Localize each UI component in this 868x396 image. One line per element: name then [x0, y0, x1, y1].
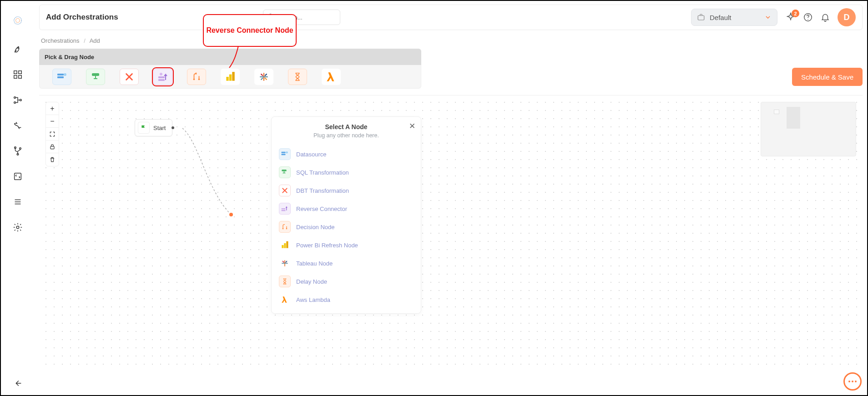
svg-line-37 [261, 74, 263, 75]
schedule-save-button[interactable]: Schedule & Save [792, 68, 863, 86]
minimap[interactable] [761, 102, 856, 156]
chat-widget[interactable] [843, 372, 862, 391]
picker-item-lambda[interactable]: Aws Lambda [275, 291, 417, 309]
svg-point-50 [286, 228, 288, 230]
svg-rect-6 [18, 75, 21, 78]
lambda-icon [279, 294, 291, 306]
svg-point-25 [64, 73, 66, 76]
svg-rect-28 [158, 79, 165, 81]
svg-line-40 [265, 78, 267, 80]
datasource-icon [279, 148, 291, 160]
svg-rect-23 [57, 74, 64, 75]
picker-item-reverse[interactable]: Reverse Connector [275, 200, 417, 218]
svg-point-29 [160, 73, 162, 75]
start-node-label: Start [153, 125, 166, 131]
picker-close-button[interactable]: ✕ [409, 121, 415, 131]
svg-point-30 [193, 78, 195, 80]
breadcrumb: Orchestrations / Add [39, 35, 863, 49]
dashboard-icon[interactable] [12, 69, 23, 80]
settings-icon[interactable] [12, 222, 23, 233]
svg-rect-27 [158, 76, 165, 78]
svg-rect-5 [14, 75, 16, 78]
svg-point-12 [19, 148, 21, 150]
decision-node-tile[interactable] [187, 69, 206, 85]
left-rail [1, 1, 35, 395]
rocket-icon[interactable] [12, 44, 23, 55]
svg-point-0 [14, 17, 21, 25]
branch-icon[interactable] [12, 145, 23, 156]
main: Add Orchestrations Default 2 [35, 1, 867, 395]
svg-point-9 [20, 99, 21, 101]
picker-subtitle: Plug any other node here. [278, 132, 414, 139]
svg-point-2 [17, 47, 19, 49]
lambda-node-tile[interactable] [322, 69, 341, 85]
delete-button[interactable] [46, 153, 59, 166]
picker-item-powerbi[interactable]: Power Bi Refresh Node [275, 236, 417, 254]
flow-icon[interactable] [12, 95, 23, 105]
picker-item-sql[interactable]: SQL Transformation [275, 163, 417, 181]
canvas[interactable]: + − Start Sele [39, 95, 863, 368]
start-node-port[interactable] [172, 126, 174, 129]
powerbi-icon [279, 239, 291, 251]
picker-item-delay[interactable]: Delay Node [275, 272, 417, 291]
breadcrumb-root[interactable]: Orchestrations [41, 37, 80, 44]
svg-rect-41 [50, 146, 54, 149]
svg-rect-3 [14, 71, 16, 74]
powerbi-node-tile[interactable] [221, 69, 240, 85]
datasource-node-tile[interactable] [52, 69, 71, 85]
svg-rect-44 [282, 154, 286, 155]
svg-rect-34 [232, 72, 234, 81]
start-node[interactable]: Start [135, 119, 172, 136]
briefcase-icon [697, 13, 705, 21]
dbt-node-tile[interactable] [120, 69, 139, 85]
tableau-icon [279, 257, 291, 269]
list-icon[interactable] [12, 196, 23, 207]
svg-rect-47 [282, 208, 286, 209]
transform-icon[interactable] [12, 120, 23, 131]
sync-icon[interactable] [12, 171, 23, 182]
annotation-callout-tail [225, 46, 243, 69]
tableau-node-tile[interactable] [254, 69, 273, 85]
reverse-connector-node-tile[interactable] [153, 69, 172, 85]
fullscreen-button[interactable] [46, 128, 59, 140]
breadcrumb-current: Add [90, 37, 100, 44]
picker-item-tableau[interactable]: Tableau Node [275, 254, 417, 272]
ai-sparkle-icon[interactable]: 2 [786, 12, 796, 22]
svg-rect-46 [282, 170, 287, 171]
svg-point-22 [807, 19, 808, 20]
app-logo[interactable] [9, 12, 26, 29]
svg-point-17 [16, 226, 19, 229]
svg-rect-51 [282, 245, 283, 248]
page-title: Add Orchestrations [46, 13, 118, 22]
svg-rect-4 [18, 71, 21, 74]
svg-point-1 [15, 19, 20, 23]
svg-point-49 [283, 228, 284, 230]
svg-rect-33 [229, 74, 232, 80]
workspace-select[interactable]: Default [691, 9, 777, 26]
zoom-out-button[interactable]: − [46, 115, 59, 128]
top-icons: 2 D [786, 8, 856, 26]
collapse-icon[interactable] [12, 378, 23, 389]
bell-icon[interactable] [820, 12, 830, 22]
sql-node-tile[interactable] [86, 69, 105, 85]
lock-button[interactable] [46, 140, 59, 153]
picker-item-dbt[interactable]: DBT Transformation [275, 181, 417, 200]
delay-icon [279, 276, 291, 287]
delay-node-tile[interactable] [288, 69, 307, 85]
dbt-icon [279, 185, 291, 196]
svg-rect-48 [282, 210, 286, 211]
picker-item-datasource[interactable]: Datasource [275, 145, 417, 163]
svg-point-8 [14, 102, 15, 104]
user-avatar[interactable]: D [838, 8, 856, 26]
picker-item-decision[interactable]: Decision Node [275, 218, 417, 236]
decision-icon [279, 221, 291, 233]
svg-rect-13 [14, 173, 21, 180]
picker-title: Select A Node [278, 123, 414, 130]
canvas-tools: + − [45, 102, 59, 166]
svg-rect-43 [282, 152, 286, 153]
zoom-in-button[interactable]: + [46, 102, 59, 115]
help-icon[interactable] [803, 12, 813, 22]
chevron-down-icon [764, 14, 772, 21]
svg-rect-24 [57, 76, 64, 78]
flag-icon [138, 122, 150, 134]
